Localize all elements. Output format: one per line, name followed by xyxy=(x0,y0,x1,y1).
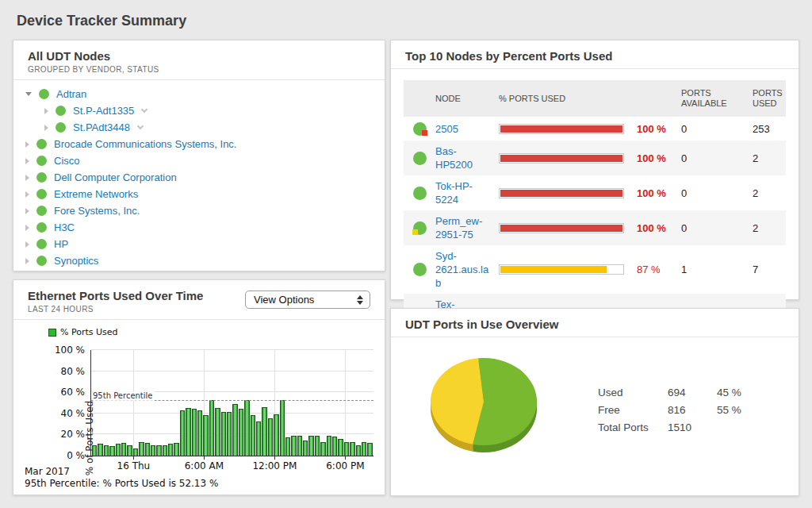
node-link[interactable]: H3C xyxy=(54,221,75,233)
node-link[interactable]: Brocade Communications Systems, Inc. xyxy=(54,138,236,150)
tree-item-st-padt3448[interactable]: St.PAdt3448 xyxy=(13,119,385,136)
node-link[interactable]: HP xyxy=(54,238,68,250)
green-circle-status-up-icon xyxy=(36,156,47,166)
bar xyxy=(121,443,126,456)
node-link[interactable]: Cisco xyxy=(54,155,80,167)
triangle-right-icon[interactable] xyxy=(25,258,29,264)
x-tick-mark xyxy=(274,456,275,460)
bar xyxy=(215,408,220,456)
udt-nodes-tree: AdtranSt.P-Adt1335St.PAdt3448Brocade Com… xyxy=(13,80,385,269)
all-udt-nodes-subtitle: GROUPED BY VENDOR, STATUS xyxy=(28,65,370,74)
y-tick-label: 20 % xyxy=(44,429,85,440)
pie-legend-value: 1510 xyxy=(668,421,717,433)
triangle-right-icon[interactable] xyxy=(25,141,29,148)
tree-item-dell-computer-corporation[interactable]: Dell Computer Corporation xyxy=(13,169,385,186)
node-link[interactable]: Synoptics xyxy=(54,255,98,267)
tree-item-st-p-adt1335[interactable]: St.P-Adt1335 xyxy=(13,102,385,119)
ports-available-value: 0 xyxy=(681,123,753,135)
x-tick-mark xyxy=(133,456,134,460)
tree-item-brocade-communications-systems-inc[interactable]: Brocade Communications Systems, Inc. xyxy=(13,136,385,152)
node-link[interactable]: Bas-HP5200 xyxy=(435,144,499,171)
y-tick-label: 80 % xyxy=(44,366,85,377)
bar xyxy=(133,448,138,456)
node-link[interactable]: St.PAdt3448 xyxy=(73,121,130,133)
pie-legend-row-used: Used69445 % xyxy=(577,383,755,401)
bar xyxy=(163,445,167,456)
ports-available-value: 0 xyxy=(681,187,753,199)
bar xyxy=(280,400,285,456)
node-status-icon xyxy=(413,122,427,136)
bar xyxy=(168,444,173,456)
bar xyxy=(297,436,302,456)
triangle-right-icon[interactable] xyxy=(25,241,29,248)
bar xyxy=(320,442,325,456)
bar xyxy=(268,418,273,456)
table-row-syd-2621-aus-lab: Syd-2621.aus.lab87 %17 xyxy=(404,245,786,294)
tree-item-cisco[interactable]: Cisco xyxy=(13,152,385,169)
bar xyxy=(367,443,372,456)
percent-bar-fill xyxy=(500,155,622,162)
triangle-right-icon[interactable] xyxy=(25,208,29,214)
node-link[interactable]: Dell Computer Corporation xyxy=(54,171,177,183)
node-link[interactable]: Extreme Networks xyxy=(54,188,138,200)
pie-legend-percent: 55 % xyxy=(717,404,755,416)
node-link[interactable]: Syd-2621.aus.lab xyxy=(435,249,499,290)
green-circle-status-up-icon xyxy=(36,139,47,149)
node-status-icon xyxy=(413,152,427,165)
triangle-right-icon[interactable] xyxy=(25,158,29,164)
bar xyxy=(356,445,361,456)
node-link[interactable]: Perm_ew-2951-75 xyxy=(435,214,499,241)
status-cell xyxy=(404,221,435,234)
tree-item-hp[interactable]: HP xyxy=(13,236,385,252)
bar xyxy=(239,409,243,456)
column-ports-available: PORTS AVAILABLE xyxy=(681,83,753,114)
x-tick-mark xyxy=(345,456,346,460)
legend-swatch-icon xyxy=(48,329,56,337)
ports-used-value: 2 xyxy=(753,222,786,234)
tree-item-adtran[interactable]: Adtran xyxy=(13,86,385,102)
ports-used-plot: % of Ports Used 0 %20 %40 %60 %80 %100 %… xyxy=(90,350,373,456)
bar xyxy=(156,445,161,456)
y-tick-label: 60 % xyxy=(44,387,85,398)
bars-series xyxy=(92,350,373,456)
node-link[interactable]: Adtran xyxy=(56,88,86,100)
bar xyxy=(197,410,202,456)
bar xyxy=(338,439,343,456)
node-link[interactable]: St.P-Adt1335 xyxy=(73,105,134,117)
triangle-right-icon[interactable] xyxy=(25,191,29,198)
green-circle-status-up-icon xyxy=(36,256,47,266)
page-title: Device Tracker Summary xyxy=(17,13,186,29)
tree-item-synoptics[interactable]: Synoptics xyxy=(13,252,385,269)
percent-bar-fill xyxy=(500,125,622,133)
chart-footer-month: Mar 2017 xyxy=(25,466,218,478)
status-badge-icon xyxy=(412,229,418,235)
bar xyxy=(203,415,208,456)
status-cell xyxy=(404,186,435,199)
percent-bar-track xyxy=(499,124,624,134)
triangle-right-icon[interactable] xyxy=(25,175,29,181)
ports-overview-content: Used69445 %Free81655 %Total Ports1510 xyxy=(391,337,799,492)
percent-value: 100 % xyxy=(637,222,666,234)
table-row-tok-hp-5224: Tok-HP-5224100 %02 xyxy=(404,175,786,210)
bar xyxy=(116,444,121,456)
tree-item-extreme-networks[interactable]: Extreme Networks xyxy=(13,186,385,202)
tree-item-h3c[interactable]: H3C xyxy=(13,219,385,236)
bar xyxy=(303,441,308,456)
pie-legend-label: Free xyxy=(598,404,668,416)
tree-item-fore-systems-inc[interactable]: Fore Systems, Inc. xyxy=(13,202,385,219)
chevron-down-icon[interactable] xyxy=(137,123,144,129)
view-options-select[interactable]: View Options xyxy=(245,291,370,309)
triangle-down-icon[interactable] xyxy=(25,92,32,96)
node-link[interactable]: Tok-HP-5224 xyxy=(435,179,499,206)
y-tick-label: 0 % xyxy=(44,450,85,461)
all-udt-nodes-header: All UDT Nodes GROUPED BY VENDOR, STATUS xyxy=(13,40,385,80)
node-link[interactable]: Fore Systems, Inc. xyxy=(54,205,140,217)
triangle-right-icon[interactable] xyxy=(44,108,48,114)
node-link[interactable]: 2505 xyxy=(435,122,499,136)
percent-ports-cell: 100 % xyxy=(499,187,681,199)
chevron-down-icon[interactable] xyxy=(141,106,147,113)
table-row-2505: 2505100 %0253 xyxy=(404,117,786,140)
percent-ports-cell: 100 % xyxy=(499,152,681,164)
triangle-right-icon[interactable] xyxy=(25,225,29,231)
triangle-right-icon[interactable] xyxy=(44,125,48,131)
